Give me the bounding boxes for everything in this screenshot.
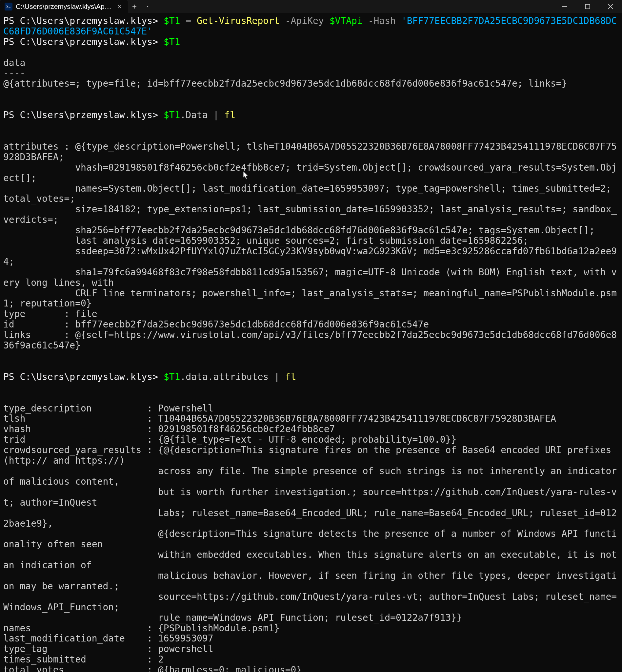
cmd1-cmdlet: Get-VirusReport [197,15,280,26]
close-window-button[interactable] [599,0,622,13]
block1-attr-k: attributes : [3,141,75,152]
terminal-output[interactable]: PS C:\Users\przemyslaw.klys> $T1 = Get-V… [0,13,622,672]
cmd3-fl: fl [224,109,235,121]
cmd3-prop: .Data [180,109,208,121]
out-header: data ---- [3,57,25,79]
svg-rect-0 [585,4,590,9]
attributes-block: type_description : Powershell tlsh : T10… [3,403,622,672]
cmd4-pipe: | [269,372,285,382]
tab-active[interactable]: C:\Users\przemyslaw.klys\Ap… [0,0,128,13]
cmd4-var: $T1 [164,372,180,382]
cmd3-var: $T1 [164,109,180,121]
block1-type-v: file [75,309,97,319]
cmd4-fl: fl [285,372,297,382]
block1-id-v: bff77eecbb2f7da25ecbc9d9673e5dc1db68dcc6… [75,319,429,330]
cmd1-var: $T1 [164,15,180,26]
block1-links-k: links : [3,329,75,340]
maximize-button[interactable] [576,0,599,13]
block1-links-v: @{self=https://www.virustotal.com/api/v3… [3,329,617,351]
ps-prompt: PS C:\Users\przemyslaw.klys> [3,15,164,26]
tab-title: C:\Users\przemyslaw.klys\Ap… [16,3,113,10]
block1-type-k: type : [3,309,75,319]
powershell-icon [5,3,12,10]
cmd4-prop: .data.attributes [180,372,269,382]
titlebar-draggable[interactable] [154,0,553,13]
minimize-button[interactable] [553,0,576,13]
block1-attr-v: @{type_description=Powershell; tlsh=T104… [3,141,617,309]
ps-prompt: PS C:\Users\przemyslaw.klys> [3,372,164,382]
cmd1-var-vtapi: $VTApi [330,15,362,26]
titlebar: C:\Users\przemyslaw.klys\Ap… [0,0,622,13]
cmd3-pipe: | [208,109,224,121]
tab-dropdown-button[interactable] [141,0,154,13]
block1-id-k: id : [3,319,75,330]
new-tab-button[interactable] [128,0,141,13]
tab-close-button[interactable] [116,3,123,10]
cmd2-var: $T1 [164,36,180,47]
cmd1-assign: = [180,15,197,26]
cmd1-param-apikey: -ApiKey [280,15,330,26]
ps-prompt: PS C:\Users\przemyslaw.klys> [3,109,164,121]
cmd1-param-hash: -Hash [362,15,401,26]
ps-prompt: PS C:\Users\przemyslaw.klys> [3,36,164,47]
out-line: @{attributes=; type=file; id=bff77eecbb2… [3,78,567,89]
